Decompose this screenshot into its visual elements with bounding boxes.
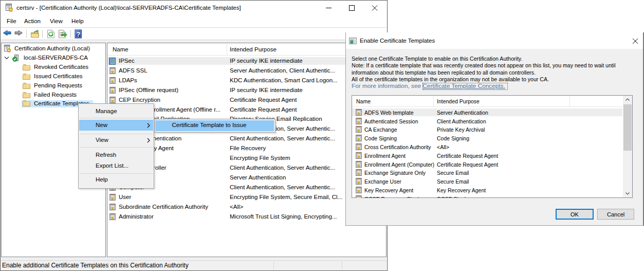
svg-text:?: ?	[76, 30, 80, 38]
